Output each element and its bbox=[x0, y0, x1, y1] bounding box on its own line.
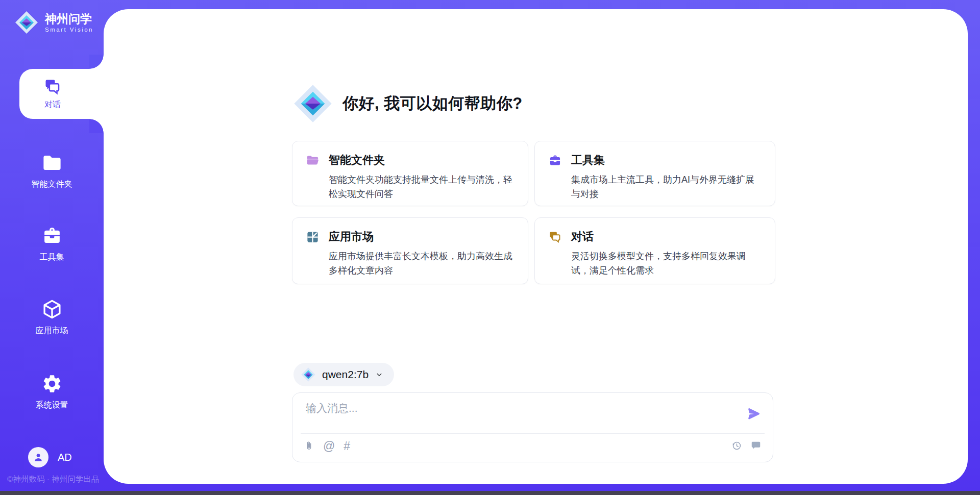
card-description: 集成市场上主流工具，助力AI与外界无缝扩展与对接 bbox=[571, 172, 762, 201]
tab-curve-top bbox=[89, 55, 104, 69]
gear-icon bbox=[41, 373, 63, 394]
at-icon[interactable]: @ bbox=[323, 439, 335, 453]
sidebar-item-label: 工具集 bbox=[40, 252, 64, 263]
card-description: 灵活切换多模型文件，支持多样回复效果调试，满足个性化需求 bbox=[571, 249, 762, 278]
user-profile[interactable]: AD bbox=[28, 447, 72, 467]
diamond-logo-icon bbox=[292, 83, 333, 124]
grid-icon bbox=[306, 230, 320, 244]
sidebar-item-label: 系统设置 bbox=[36, 400, 68, 411]
toolbox-icon bbox=[41, 225, 63, 246]
chat-icon bbox=[548, 230, 562, 244]
cube-icon bbox=[41, 299, 63, 320]
avatar[interactable] bbox=[28, 447, 48, 467]
paperclip-icon[interactable] bbox=[304, 440, 314, 452]
history-icon[interactable] bbox=[731, 440, 742, 451]
sidebar-item-label: 智能文件夹 bbox=[32, 179, 72, 190]
toolbox-icon bbox=[548, 154, 562, 167]
send-button[interactable] bbox=[746, 406, 762, 422]
card-title: 工具集 bbox=[571, 153, 605, 168]
send-icon bbox=[746, 406, 762, 422]
sidebar-item-label: 应用市场 bbox=[36, 326, 68, 336]
card-title: 应用市场 bbox=[329, 229, 374, 244]
card-description: 应用市场提供丰富长文本模板，助力高效生成多样化文章内容 bbox=[329, 249, 514, 278]
message-composer: @ # bbox=[292, 392, 773, 462]
sidebar-item-label: 对话 bbox=[44, 100, 61, 110]
sidebar-item-settings[interactable]: 系统设置 bbox=[0, 373, 104, 411]
card-chat[interactable]: 对话 灵活切换多模型文件，支持多样回复效果调试，满足个性化需求 bbox=[534, 217, 775, 284]
chevron-down-icon bbox=[375, 370, 384, 379]
app-title: 神州问学 bbox=[45, 12, 93, 26]
bottom-edge-strip bbox=[0, 491, 980, 495]
greeting-block: 你好, 我可以如何帮助你? bbox=[292, 83, 523, 124]
greeting-text: 你好, 我可以如何帮助你? bbox=[342, 93, 523, 114]
card-toolset[interactable]: 工具集 集成市场上主流工具，助力AI与外界无缝扩展与对接 bbox=[534, 141, 775, 206]
user-name: AD bbox=[58, 452, 72, 463]
card-smart-folders[interactable]: 智能文件夹 智能文件夹功能支持批量文件上传与清洗，轻松实现文件问答 bbox=[292, 141, 528, 206]
app-subtitle: Smart Vision bbox=[45, 27, 93, 33]
sidebar-item-app-market[interactable]: 应用市场 bbox=[0, 299, 104, 336]
user-icon bbox=[32, 451, 44, 463]
folder-open-icon bbox=[306, 154, 320, 167]
app-window: 神州问学 Smart Vision 对话 智能文件夹 工具集 应用市场 系统设置… bbox=[0, 0, 980, 495]
message-input[interactable] bbox=[305, 400, 736, 432]
card-title: 智能文件夹 bbox=[329, 153, 385, 168]
sidebar-item-chat[interactable]: 对话 bbox=[19, 69, 86, 119]
chat-icon bbox=[43, 78, 62, 96]
folder-icon bbox=[41, 152, 63, 174]
copyright-footer: ©神州数码 · 神州问学出品 bbox=[7, 474, 99, 485]
chat-bubble-icon[interactable] bbox=[750, 440, 762, 451]
model-name: qwen2:7b bbox=[322, 368, 369, 381]
diamond-logo-icon bbox=[14, 10, 39, 35]
diamond-logo-icon bbox=[301, 367, 316, 382]
sidebar-item-smart-folders[interactable]: 智能文件夹 bbox=[0, 152, 104, 190]
card-app-market[interactable]: 应用市场 应用市场提供丰富长文本模板，助力高效生成多样化文章内容 bbox=[292, 217, 528, 284]
card-description: 智能文件夹功能支持批量文件上传与清洗，轻松实现文件问答 bbox=[329, 172, 514, 201]
hash-icon[interactable]: # bbox=[344, 439, 350, 453]
brand-logo: 神州问学 Smart Vision bbox=[14, 10, 93, 35]
model-selector[interactable]: qwen2:7b bbox=[293, 363, 394, 386]
tab-curve-bottom bbox=[89, 119, 104, 133]
card-title: 对话 bbox=[571, 229, 594, 244]
composer-divider bbox=[301, 433, 765, 434]
sidebar-item-toolset[interactable]: 工具集 bbox=[0, 225, 104, 263]
